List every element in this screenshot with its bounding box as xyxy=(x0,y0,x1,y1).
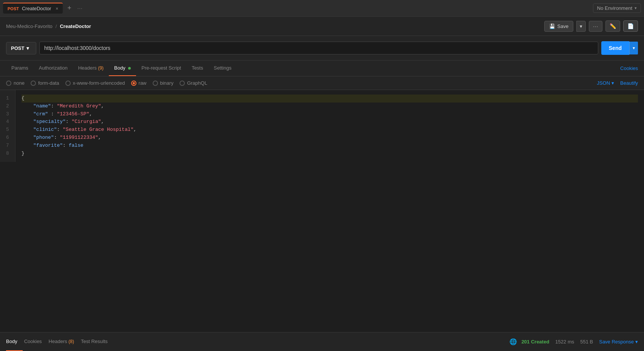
tab-prerequest[interactable]: Pre-request Script xyxy=(136,61,186,76)
code-line-4: "specialty": "Cirurgia", xyxy=(22,118,638,126)
tab-prerequest-label: Pre-request Script xyxy=(141,65,181,71)
save-response-chevron: ▾ xyxy=(635,339,638,345)
tab-title: CreateDoctor xyxy=(22,6,51,11)
doc-icon: 📄 xyxy=(627,23,634,29)
json-type-selector[interactable]: JSON ▾ xyxy=(597,80,614,86)
resp-tab-tests[interactable]: Test Results xyxy=(81,332,113,351)
cookies-link[interactable]: Cookies xyxy=(620,65,638,71)
tab-close-icon[interactable]: × xyxy=(56,6,58,11)
breadcrumb-bar: Meu-Medico-Favorito / CreateDoctor 💾 Sav… xyxy=(0,17,644,36)
resp-headers-label: Headers (8) xyxy=(49,339,74,344)
tab-body[interactable]: Body xyxy=(109,61,136,76)
line-number-4: 4 xyxy=(3,118,12,126)
edit-button[interactable]: ✏️ xyxy=(605,20,620,32)
line-number-3: 3 xyxy=(3,110,12,118)
save-response-label: Save Response xyxy=(599,339,634,345)
env-label: No Environment xyxy=(597,5,632,11)
tab-bar: POST CreateDoctor × + ··· No Environment… xyxy=(0,0,644,17)
response-bar: Body Cookies Headers (8) Test Results 🌐 … xyxy=(0,332,644,351)
tab-headers[interactable]: Headers (9) xyxy=(73,61,109,76)
tab-settings-label: Settings xyxy=(214,65,231,71)
request-tabs: Params Authorization Headers (9) Body Pr… xyxy=(0,61,644,76)
radio-graphql-circle xyxy=(180,81,185,86)
line-numbers: 1 2 3 4 5 6 7 8 xyxy=(0,90,15,162)
body-type-bar: none form-data x-www-form-urlencoded raw… xyxy=(0,76,644,90)
code-line-1: { xyxy=(22,95,638,103)
radio-urlencoded-circle xyxy=(65,81,71,86)
tab-params[interactable]: Params xyxy=(6,61,34,76)
globe-icon: 🌐 xyxy=(509,338,517,345)
environment-selector[interactable]: No Environment ▾ xyxy=(593,3,641,13)
url-bar: POST ▾ Send ▾ xyxy=(0,36,644,61)
tab-headers-label: Headers (9) xyxy=(78,65,104,71)
add-tab-button[interactable]: + xyxy=(64,4,74,12)
resp-cookies-label: Cookies xyxy=(24,339,42,344)
response-status: 201 Created xyxy=(522,339,550,345)
radio-none[interactable]: none xyxy=(6,80,25,86)
url-input[interactable] xyxy=(39,42,598,54)
more-actions-button[interactable]: ··· xyxy=(589,21,602,32)
tab-params-label: Params xyxy=(11,65,28,71)
line-number-2: 2 xyxy=(3,103,12,110)
radio-binary-label: binary xyxy=(160,80,173,86)
radio-form-data-label: form-data xyxy=(38,80,59,86)
radio-binary[interactable]: binary xyxy=(153,80,173,86)
radio-raw-circle xyxy=(131,81,136,86)
send-button[interactable]: Send ▾ xyxy=(601,41,638,55)
json-label: JSON xyxy=(597,80,610,86)
breadcrumb-parent[interactable]: Meu-Medico-Favorito xyxy=(6,23,53,29)
radio-raw[interactable]: raw xyxy=(131,80,147,86)
line-number-6: 6 xyxy=(3,134,12,142)
line-number-7: 7 xyxy=(3,142,12,150)
radio-form-data-circle xyxy=(31,81,36,86)
radio-graphql-label: GraphQL xyxy=(187,80,207,86)
radio-urlencoded-label: x-www-form-urlencoded xyxy=(73,80,125,86)
save-label: Save xyxy=(557,23,569,29)
resp-tab-cookies[interactable]: Cookies xyxy=(24,332,47,351)
radio-graphql[interactable]: GraphQL xyxy=(180,80,207,86)
save-response-button[interactable]: Save Response ▾ xyxy=(599,339,638,345)
beautify-button[interactable]: Beautify xyxy=(620,80,638,86)
send-main[interactable]: Send xyxy=(601,41,629,55)
code-line-3: "crm" : "123456-SP", xyxy=(22,110,638,118)
line-number-1: 1 xyxy=(3,95,12,103)
method-chevron-icon: ▾ xyxy=(26,45,29,51)
code-line-6: "phone": "11991122334", xyxy=(22,134,638,142)
code-line-8: } xyxy=(22,150,638,158)
tab-more-button[interactable]: ··· xyxy=(74,5,86,11)
breadcrumb: Meu-Medico-Favorito / CreateDoctor xyxy=(6,23,91,29)
code-body[interactable]: { "name": "Meredith Grey", "crm" : "1234… xyxy=(15,90,644,162)
radio-binary-circle xyxy=(153,81,158,86)
tab-settings[interactable]: Settings xyxy=(208,61,237,76)
tab-tests[interactable]: Tests xyxy=(186,61,208,76)
tab-tests-label: Tests xyxy=(192,65,203,71)
edit-icon: ✏️ xyxy=(610,23,616,29)
radio-urlencoded[interactable]: x-www-form-urlencoded xyxy=(65,80,125,86)
resp-tab-headers[interactable]: Headers (8) xyxy=(49,332,79,351)
response-size: 551 B xyxy=(580,339,593,345)
env-chevron-icon: ▾ xyxy=(635,6,637,11)
radio-none-label: none xyxy=(14,80,25,86)
line-number-8: 8 xyxy=(3,150,12,158)
radio-form-data[interactable]: form-data xyxy=(31,80,59,86)
save-chevron-button[interactable]: ▾ xyxy=(576,21,586,32)
breadcrumb-separator: / xyxy=(56,23,57,29)
code-editor[interactable]: 1 2 3 4 5 6 7 8 { "name": "Meredith Grey… xyxy=(0,90,644,332)
tab-authorization[interactable]: Authorization xyxy=(34,61,73,76)
code-line-7: "favorite": false xyxy=(22,142,638,150)
code-line-5: "clinic": "Seattle Grace Hospital", xyxy=(22,126,638,134)
code-line-2: "name": "Meredith Grey", xyxy=(22,103,638,110)
line-number-5: 5 xyxy=(3,126,12,134)
tab-authorization-label: Authorization xyxy=(39,65,68,71)
breadcrumb-current: CreateDoctor xyxy=(60,23,91,29)
doc-button[interactable]: 📄 xyxy=(623,20,638,32)
send-chevron[interactable]: ▾ xyxy=(629,42,638,54)
save-button[interactable]: 💾 Save xyxy=(544,21,574,32)
method-text: POST xyxy=(11,45,24,51)
response-time: 1522 ms xyxy=(555,339,574,345)
resp-tab-body[interactable]: Body xyxy=(6,332,23,351)
active-tab[interactable]: POST CreateDoctor × xyxy=(3,3,63,14)
resp-body-label: Body xyxy=(6,339,17,344)
method-selector[interactable]: POST ▾ xyxy=(6,42,36,54)
tab-method: POST xyxy=(8,6,19,11)
